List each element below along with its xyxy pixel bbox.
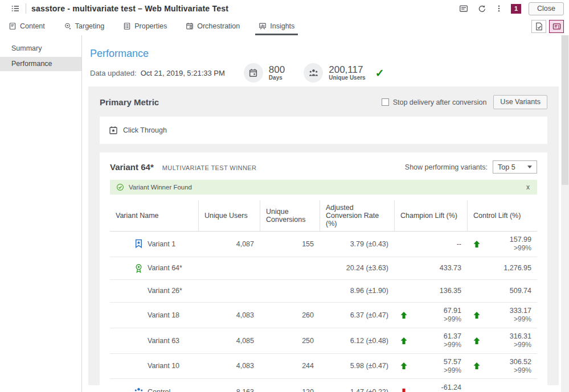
- variant-icon: [134, 263, 144, 273]
- notes-card-icon[interactable]: [457, 2, 470, 15]
- variant-name: Variant 1: [148, 240, 175, 248]
- lift-value: 1,276.95: [503, 263, 531, 273]
- lift-value: 136.35: [440, 286, 461, 295]
- primary-metric-title: Primary Metric: [100, 97, 159, 107]
- trend-arrow-icon: [400, 388, 408, 392]
- champion-lift-cell: 67.91>99%: [394, 303, 467, 328]
- column-header: Unique Conversions: [260, 200, 320, 232]
- trend-arrow-icon: [400, 362, 408, 370]
- unique-conversions-cell: 260: [260, 303, 320, 328]
- metric-card[interactable]: Click Through: [100, 117, 547, 144]
- unique-conversions-cell: 155: [260, 232, 320, 257]
- sync-icon[interactable]: [474, 2, 488, 15]
- winner-variant-name: Variant 64*: [110, 162, 154, 172]
- kebab-menu-icon[interactable]: [492, 2, 506, 15]
- lift-confidence: >99%: [444, 341, 461, 350]
- tab-content[interactable]: Content: [7, 17, 47, 35]
- champion-lift-cell: 136.35: [394, 280, 467, 303]
- stop-delivery-checkbox[interactable]: [382, 98, 389, 106]
- show-variants-dropdown[interactable]: Top 5: [493, 160, 537, 174]
- unique-users-cell: 4,087: [198, 232, 260, 257]
- target-icon: [64, 22, 72, 30]
- data-updated-label: Data updated:: [90, 69, 137, 77]
- variant-name: Variant 64*: [148, 264, 182, 272]
- show-variants-label: Show performing variants:: [405, 163, 488, 171]
- bookmark-star-icon: [134, 239, 144, 249]
- tab-targeting[interactable]: Targeting: [62, 17, 106, 35]
- trend-arrow-icon: [473, 362, 481, 370]
- lift-confidence: >99%: [510, 244, 531, 253]
- tab-insights[interactable]: Insights: [257, 17, 296, 35]
- control-lift-cell: 316.31>99%: [467, 328, 537, 354]
- sidebar-item-summary[interactable]: Summary: [0, 42, 81, 56]
- data-updated-value: Oct 21, 2019, 5:21:33 PM: [141, 69, 225, 77]
- close-icon[interactable]: x: [525, 183, 531, 191]
- days-stat: 800 Days: [244, 63, 285, 82]
- menu-list-icon[interactable]: [9, 2, 22, 15]
- lift-confidence: >99%: [510, 341, 531, 350]
- metric-name: Click Through: [123, 126, 167, 134]
- lift-value: 509.74: [510, 286, 531, 295]
- lift-value: --: [457, 240, 461, 249]
- lift-confidence: >99%: [444, 315, 461, 324]
- unique-conversions-cell: 120: [260, 379, 320, 392]
- people-icon: [134, 387, 144, 392]
- bar-chart-icon: [259, 22, 267, 30]
- close-button[interactable]: Close: [529, 2, 564, 15]
- scrollbar-thumb[interactable]: [562, 35, 568, 185]
- trend-arrow-icon: [400, 311, 408, 319]
- column-header: Unique Users: [198, 200, 260, 232]
- column-header: Variant Name: [110, 200, 198, 232]
- winner-tag: MULTIVARIATE TEST WINNER: [162, 163, 257, 171]
- variant-name: Variant 18: [148, 311, 179, 319]
- lift-value: -61.24: [441, 383, 461, 392]
- variant-name: Variant 63: [148, 337, 179, 345]
- lift-value: 61.37: [444, 332, 461, 341]
- unique-users-cell: [198, 280, 260, 303]
- main-content: Performance Data updated: Oct 21, 2019, …: [82, 35, 561, 392]
- variant-icon: [134, 361, 144, 371]
- column-header: Control Lift (%): [467, 200, 537, 232]
- circle-check-icon: [116, 183, 124, 191]
- unique-conversions-cell: [260, 280, 320, 303]
- tab-label: Insights: [270, 22, 294, 30]
- trend-arrow-icon: [473, 240, 481, 248]
- variant-icon: [134, 239, 144, 249]
- column-header: Adjusted Conversion Rate (%): [320, 200, 394, 232]
- variant-name: Variant 26*: [148, 287, 182, 295]
- notification-badge[interactable]: 1: [511, 4, 521, 14]
- list-properties-icon: [123, 22, 131, 30]
- champion-lift-cell: 433.73: [394, 257, 467, 280]
- champion-lift-cell: 61.37>99%: [394, 328, 467, 354]
- dropdown-value: Top 5: [498, 163, 515, 171]
- champion-lift-cell: 57.57>99%: [394, 354, 467, 379]
- days-value: 800: [269, 65, 285, 75]
- primary-metric-panel: Primary Metric Stop delivery after conve…: [88, 86, 559, 385]
- column-header: Champion Lift (%): [394, 200, 467, 232]
- annotations-icon[interactable]: [549, 20, 564, 33]
- tab-orchestration[interactable]: Orchestration: [184, 17, 241, 35]
- scrollbar[interactable]: [561, 35, 569, 392]
- variant-name: Variant 10: [148, 362, 179, 370]
- top-bar: sasstore - multivariate test – Web Multi…: [0, 0, 569, 17]
- calendar-flow-icon: [186, 22, 194, 30]
- champion-lift-cell: --: [394, 232, 467, 257]
- divider: [26, 3, 26, 14]
- tab-label: Orchestration: [197, 22, 240, 30]
- conversion-rate-cell: 20.24 (±3.63): [320, 257, 394, 280]
- unique-users-cell: 8,163: [198, 379, 260, 392]
- users-value: 200,117: [329, 65, 365, 75]
- lift-value: 67.91: [444, 306, 461, 315]
- unique-conversions-cell: 250: [260, 328, 320, 354]
- conversion-rate-cell: 1.47 (±0.22): [320, 379, 394, 392]
- tab-properties[interactable]: Properties: [121, 17, 169, 35]
- document-check-icon[interactable]: [531, 20, 546, 33]
- winner-banner-text: Variant Winner Found: [129, 184, 192, 191]
- sidebar-item-performance[interactable]: Performance: [0, 57, 81, 71]
- lift-value: 306.52: [510, 357, 531, 366]
- variant-table: Variant Name Unique Users Unique Convers…: [110, 200, 537, 392]
- variant-icon: [134, 286, 144, 296]
- control-lift-cell: --: [467, 379, 537, 392]
- use-variants-button[interactable]: Use Variants: [493, 95, 547, 109]
- winner-banner: Variant Winner Found x: [110, 180, 537, 195]
